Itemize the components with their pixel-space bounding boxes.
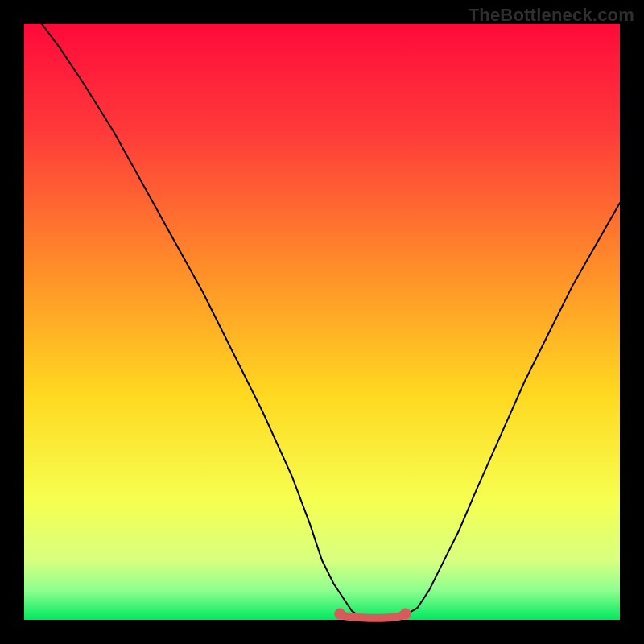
chart-canvas: [0, 0, 644, 644]
watermark-label: TheBottleneck.com: [469, 5, 634, 26]
series-flat-bottom-marker: [340, 614, 405, 618]
series-flat-bottom-marker-endpoint: [334, 609, 345, 620]
series-flat-bottom-marker-endpoint: [400, 609, 411, 620]
chart-plot-background: [24, 24, 620, 620]
